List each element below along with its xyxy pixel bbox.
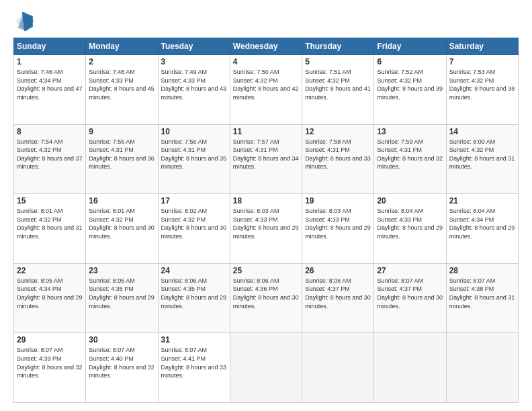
day-info: Sunrise: 7:59 AMSunset: 4:31 PMDaylight:… xyxy=(377,138,443,171)
calendar-cell: 17Sunrise: 8:02 AMSunset: 4:32 PMDayligh… xyxy=(158,194,230,264)
calendar-cell: 16Sunrise: 8:01 AMSunset: 4:32 PMDayligh… xyxy=(86,194,158,264)
calendar-week-5: 29Sunrise: 8:07 AMSunset: 4:39 PMDayligh… xyxy=(14,333,519,403)
day-info: Sunrise: 8:04 AMSunset: 4:33 PMDaylight:… xyxy=(377,207,443,240)
day-number: 27 xyxy=(377,266,443,275)
col-header-tuesday: Tuesday xyxy=(158,38,230,55)
day-info: Sunrise: 8:07 AMSunset: 4:41 PMDaylight:… xyxy=(161,346,227,379)
day-info: Sunrise: 8:07 AMSunset: 4:38 PMDaylight:… xyxy=(449,277,515,310)
day-number: 28 xyxy=(449,266,515,275)
calendar-week-1: 1Sunrise: 7:46 AMSunset: 4:34 PMDaylight… xyxy=(14,55,519,125)
day-number: 19 xyxy=(305,196,371,205)
day-info: Sunrise: 7:56 AMSunset: 4:31 PMDaylight:… xyxy=(161,138,227,171)
day-info: Sunrise: 7:46 AMSunset: 4:34 PMDaylight:… xyxy=(17,68,83,101)
day-info: Sunrise: 7:57 AMSunset: 4:31 PMDaylight:… xyxy=(233,138,299,171)
day-info: Sunrise: 8:05 AMSunset: 4:35 PMDaylight:… xyxy=(89,277,154,310)
calendar-cell: 27Sunrise: 8:07 AMSunset: 4:37 PMDayligh… xyxy=(374,263,446,333)
day-number: 24 xyxy=(161,266,227,275)
day-info: Sunrise: 8:05 AMSunset: 4:34 PMDaylight:… xyxy=(17,277,83,310)
day-number: 6 xyxy=(377,57,443,66)
day-number: 4 xyxy=(233,57,299,66)
day-info: Sunrise: 8:07 AMSunset: 4:37 PMDaylight:… xyxy=(377,277,443,310)
day-info: Sunrise: 8:01 AMSunset: 4:32 PMDaylight:… xyxy=(17,207,83,240)
calendar-cell: 8Sunrise: 7:54 AMSunset: 4:32 PMDaylight… xyxy=(14,124,86,194)
day-info: Sunrise: 7:49 AMSunset: 4:33 PMDaylight:… xyxy=(161,68,227,101)
col-header-sunday: Sunday xyxy=(14,38,86,55)
calendar-cell: 11Sunrise: 7:57 AMSunset: 4:31 PMDayligh… xyxy=(230,124,302,194)
calendar-cell: 26Sunrise: 8:06 AMSunset: 4:37 PMDayligh… xyxy=(302,263,374,333)
col-header-monday: Monday xyxy=(86,38,158,55)
calendar-cell: 13Sunrise: 7:59 AMSunset: 4:31 PMDayligh… xyxy=(374,124,446,194)
day-number: 5 xyxy=(305,57,371,66)
day-info: Sunrise: 7:52 AMSunset: 4:32 PMDaylight:… xyxy=(377,68,443,101)
day-number: 3 xyxy=(161,57,227,66)
col-header-thursday: Thursday xyxy=(302,38,374,55)
day-info: Sunrise: 8:03 AMSunset: 4:33 PMDaylight:… xyxy=(305,207,371,240)
calendar-cell: 6Sunrise: 7:52 AMSunset: 4:32 PMDaylight… xyxy=(374,55,446,125)
calendar-cell: 28Sunrise: 8:07 AMSunset: 4:38 PMDayligh… xyxy=(446,263,518,333)
day-info: Sunrise: 7:58 AMSunset: 4:31 PMDaylight:… xyxy=(305,138,371,171)
calendar-cell xyxy=(446,333,518,403)
col-header-saturday: Saturday xyxy=(446,38,518,55)
day-number: 22 xyxy=(17,266,83,275)
day-info: Sunrise: 8:07 AMSunset: 4:40 PMDaylight:… xyxy=(89,346,154,379)
calendar-cell xyxy=(230,333,302,403)
calendar-cell: 25Sunrise: 8:06 AMSunset: 4:36 PMDayligh… xyxy=(230,263,302,333)
day-number: 7 xyxy=(449,57,515,66)
day-info: Sunrise: 7:54 AMSunset: 4:32 PMDaylight:… xyxy=(17,138,83,171)
logo xyxy=(13,11,38,32)
day-number: 17 xyxy=(161,196,227,205)
calendar-cell: 15Sunrise: 8:01 AMSunset: 4:32 PMDayligh… xyxy=(14,194,86,264)
col-header-wednesday: Wednesday xyxy=(230,38,302,55)
day-info: Sunrise: 8:00 AMSunset: 4:32 PMDaylight:… xyxy=(449,138,515,171)
day-number: 10 xyxy=(161,127,227,136)
day-info: Sunrise: 8:06 AMSunset: 4:35 PMDaylight:… xyxy=(161,277,227,310)
day-info: Sunrise: 7:51 AMSunset: 4:32 PMDaylight:… xyxy=(305,68,371,101)
day-number: 12 xyxy=(305,127,371,136)
calendar-cell: 14Sunrise: 8:00 AMSunset: 4:32 PMDayligh… xyxy=(446,124,518,194)
calendar-week-4: 22Sunrise: 8:05 AMSunset: 4:34 PMDayligh… xyxy=(14,263,519,333)
day-info: Sunrise: 8:07 AMSunset: 4:39 PMDaylight:… xyxy=(17,346,83,379)
day-info: Sunrise: 8:01 AMSunset: 4:32 PMDaylight:… xyxy=(89,207,154,240)
day-info: Sunrise: 8:04 AMSunset: 4:34 PMDaylight:… xyxy=(449,207,515,240)
calendar-cell: 12Sunrise: 7:58 AMSunset: 4:31 PMDayligh… xyxy=(302,124,374,194)
day-info: Sunrise: 8:06 AMSunset: 4:37 PMDaylight:… xyxy=(305,277,371,310)
day-number: 21 xyxy=(449,196,515,205)
calendar-cell: 18Sunrise: 8:03 AMSunset: 4:33 PMDayligh… xyxy=(230,194,302,264)
calendar-cell: 21Sunrise: 8:04 AMSunset: 4:34 PMDayligh… xyxy=(446,194,518,264)
day-number: 13 xyxy=(377,127,443,136)
calendar-cell: 7Sunrise: 7:53 AMSunset: 4:32 PMDaylight… xyxy=(446,55,518,125)
calendar-cell: 23Sunrise: 8:05 AMSunset: 4:35 PMDayligh… xyxy=(86,263,158,333)
col-header-friday: Friday xyxy=(374,38,446,55)
day-number: 29 xyxy=(17,335,83,345)
logo-icon xyxy=(13,11,35,32)
day-number: 8 xyxy=(17,127,83,136)
calendar-cell: 5Sunrise: 7:51 AMSunset: 4:32 PMDaylight… xyxy=(302,55,374,125)
calendar-cell: 19Sunrise: 8:03 AMSunset: 4:33 PMDayligh… xyxy=(302,194,374,264)
calendar-cell: 4Sunrise: 7:50 AMSunset: 4:32 PMDaylight… xyxy=(230,55,302,125)
day-number: 2 xyxy=(89,57,154,66)
day-number: 14 xyxy=(449,127,515,136)
day-number: 30 xyxy=(89,335,154,345)
calendar-cell: 24Sunrise: 8:06 AMSunset: 4:35 PMDayligh… xyxy=(158,263,230,333)
calendar: SundayMondayTuesdayWednesdayThursdayFrid… xyxy=(13,38,519,403)
day-number: 23 xyxy=(89,266,154,275)
calendar-cell: 2Sunrise: 7:48 AMSunset: 4:33 PMDaylight… xyxy=(86,55,158,125)
day-number: 16 xyxy=(89,196,154,205)
day-number: 26 xyxy=(305,266,371,275)
calendar-cell: 10Sunrise: 7:56 AMSunset: 4:31 PMDayligh… xyxy=(158,124,230,194)
calendar-cell: 9Sunrise: 7:55 AMSunset: 4:31 PMDaylight… xyxy=(86,124,158,194)
day-number: 20 xyxy=(377,196,443,205)
calendar-cell xyxy=(374,333,446,403)
calendar-cell: 20Sunrise: 8:04 AMSunset: 4:33 PMDayligh… xyxy=(374,194,446,264)
day-number: 18 xyxy=(233,196,299,205)
day-info: Sunrise: 7:55 AMSunset: 4:31 PMDaylight:… xyxy=(89,138,154,171)
calendar-cell: 29Sunrise: 8:07 AMSunset: 4:39 PMDayligh… xyxy=(14,333,86,403)
day-info: Sunrise: 7:48 AMSunset: 4:33 PMDaylight:… xyxy=(89,68,154,101)
day-number: 25 xyxy=(233,266,299,275)
day-number: 11 xyxy=(233,127,299,136)
calendar-week-2: 8Sunrise: 7:54 AMSunset: 4:32 PMDaylight… xyxy=(14,124,519,194)
day-number: 9 xyxy=(89,127,154,136)
day-info: Sunrise: 7:50 AMSunset: 4:32 PMDaylight:… xyxy=(233,68,299,101)
day-info: Sunrise: 7:53 AMSunset: 4:32 PMDaylight:… xyxy=(449,68,515,101)
calendar-cell: 3Sunrise: 7:49 AMSunset: 4:33 PMDaylight… xyxy=(158,55,230,125)
